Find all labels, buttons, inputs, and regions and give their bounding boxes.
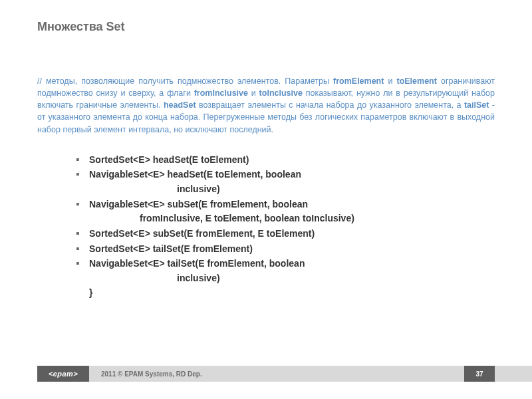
- desc-text: // методы, позволяющие получить подмноже…: [37, 76, 333, 86]
- method-list: SortedSet<E> headSet(E toElement) Naviga…: [37, 153, 495, 286]
- keyword-headset: headSet: [164, 100, 196, 110]
- footer-bar: <epam> 2011 © EPAM Systems, RD Dep. 37: [0, 366, 532, 382]
- method-signature-cont: fromInclusive, E toElement, boolean toIn…: [89, 211, 495, 226]
- method-signature: NavigableSet<E> headSet(E toElement, boo…: [89, 169, 301, 180]
- method-signature: SortedSet<E> headSet(E toElement): [89, 154, 249, 165]
- keyword-frominclusive: fromInclusive: [194, 88, 248, 98]
- logo: <epam>: [37, 366, 89, 382]
- keyword-tailset: tailSet: [464, 100, 489, 110]
- list-item: NavigableSet<E> subSet(E fromElement, bo…: [76, 198, 495, 226]
- desc-text: и: [248, 88, 259, 98]
- desc-text: и: [384, 76, 396, 86]
- list-item: NavigableSet<E> headSet(E toElement, boo…: [76, 168, 495, 196]
- method-signature-cont: inclusive): [89, 182, 495, 197]
- page-title: Множества Set: [37, 20, 495, 34]
- list-item: NavigableSet<E> tailSet(E fromElement, b…: [76, 257, 495, 285]
- desc-text: возвращает элементы с начала набора до у…: [196, 100, 464, 110]
- list-item: SortedSet<E> headSet(E toElement): [76, 153, 495, 168]
- method-signature-cont: inclusive): [89, 271, 495, 286]
- footer-gap-left: [0, 366, 37, 382]
- close-brace: }: [37, 287, 495, 298]
- keyword-toelement: toElement: [396, 76, 436, 86]
- list-item: SortedSet<E> subSet(E fromElement, E toE…: [76, 227, 495, 241]
- keyword-toinclusive: toInclusive: [259, 88, 303, 98]
- method-signature: NavigableSet<E> subSet(E fromElement, bo…: [89, 199, 308, 209]
- copyright: 2011 © EPAM Systems, RD Dep.: [89, 366, 464, 382]
- footer-gap-right: [495, 366, 532, 382]
- method-signature: NavigableSet<E> tailSet(E fromElement, b…: [89, 258, 305, 269]
- keyword-fromelement: fromElement: [333, 76, 384, 86]
- description-paragraph: // методы, позволяющие получить подмноже…: [37, 75, 495, 136]
- list-item: SortedSet<E> tailSet(E fromElement): [76, 242, 495, 257]
- page-number: 37: [464, 366, 495, 382]
- slide: Множества Set // методы, позволяющие пол…: [0, 0, 532, 399]
- method-signature: SortedSet<E> subSet(E fromElement, E toE…: [89, 228, 315, 239]
- method-signature: SortedSet<E> tailSet(E fromElement): [89, 243, 253, 254]
